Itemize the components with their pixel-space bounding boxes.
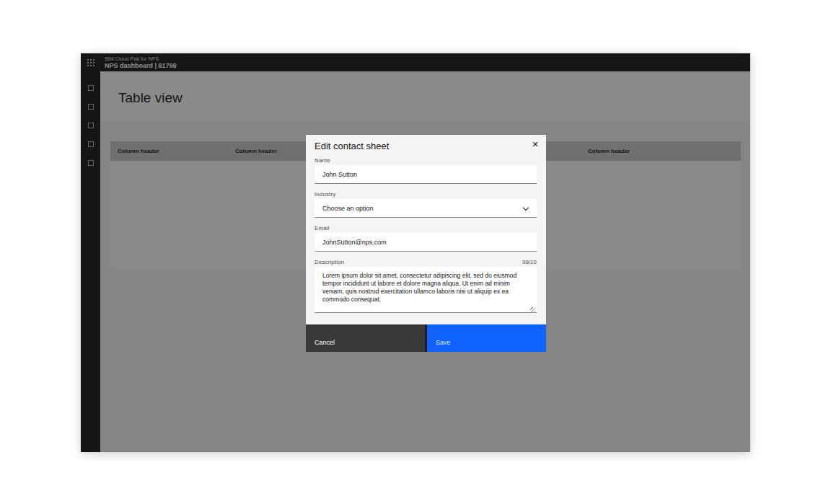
email-input[interactable]	[315, 233, 537, 252]
email-label: Email	[315, 225, 537, 231]
modal-header: Edit contact sheet ✕	[306, 135, 546, 151]
industry-label: Industry	[315, 191, 537, 198]
description-label: Description	[315, 259, 344, 265]
name-label: Name	[315, 157, 537, 164]
cancel-button[interactable]: Cancel	[306, 324, 425, 352]
modal-title: Edit contact sheet	[315, 141, 537, 151]
app-window: IBM Cloud Pak for NPS NPS dashboard | 81…	[81, 53, 750, 452]
close-icon[interactable]: ✕	[529, 138, 542, 151]
description-textarea[interactable]: Lorem ipsum dolor sit amet, consectetur …	[315, 267, 537, 313]
industry-select[interactable]: Choose an option	[315, 199, 537, 218]
edit-contact-sheet-modal: Edit contact sheet ✕ Name Industry Choos…	[306, 135, 546, 352]
name-input[interactable]	[315, 165, 537, 184]
modal-body: Name Industry Choose an option Email Des…	[306, 157, 546, 313]
chevron-down-icon	[524, 205, 528, 210]
character-counter: 98/10	[522, 259, 537, 265]
modal-footer: Cancel Save	[306, 324, 546, 352]
industry-selected-value: Choose an option	[322, 205, 374, 212]
description-label-row: Description 98/10	[315, 259, 537, 265]
save-button[interactable]: Save	[427, 324, 546, 352]
